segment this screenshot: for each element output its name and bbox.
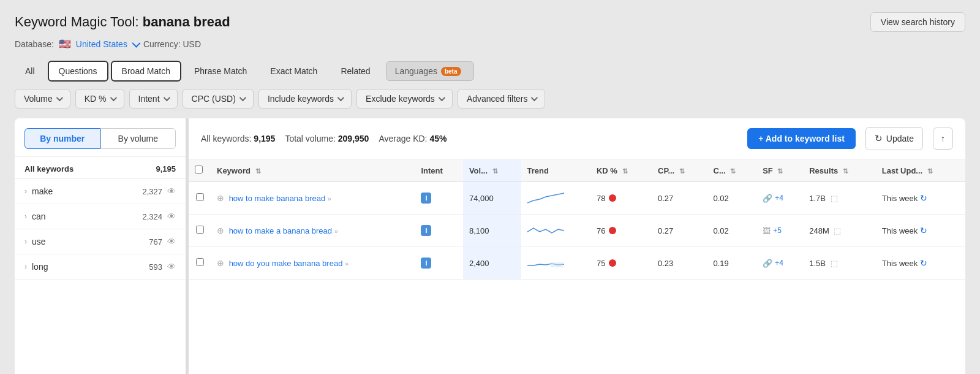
sidebar-item-make[interactable]: › make 2,327 👁 — [15, 179, 186, 204]
advanced-filters[interactable]: Advanced filters — [458, 89, 546, 109]
refresh-icon[interactable]: ↻ — [920, 193, 927, 203]
results-cell: 248M ⬚ — [803, 215, 876, 247]
kd-filter[interactable]: KD % — [75, 89, 124, 109]
volume-caret-icon — [56, 94, 62, 101]
database-label: Database: — [15, 39, 54, 49]
col-header-c[interactable]: C... ⇅ — [707, 159, 757, 182]
tab-row: All Questions Broad Match Phrase Match E… — [15, 61, 965, 82]
row-checkbox-cell[interactable] — [189, 247, 211, 280]
keyword-cell: ⊕ how do you make banana bread » — [211, 247, 415, 280]
add-keyword-icon[interactable]: ⊕ — [217, 193, 224, 203]
c-cell: 0.02 — [707, 182, 757, 215]
kd-indicator — [609, 194, 616, 202]
page-title: Keyword Magic Tool: banana bread — [15, 14, 230, 30]
row-checkbox[interactable] — [196, 258, 204, 266]
tab-broad-match[interactable]: Broad Match — [111, 61, 181, 82]
results-icon: ⬚ — [834, 226, 841, 235]
trend-chart — [527, 256, 564, 270]
add-keyword-icon[interactable]: ⊕ — [217, 226, 224, 235]
table-row: ⊕ how do you make banana bread » I 2,400 — [189, 247, 965, 280]
last-updated-value: This week — [882, 259, 918, 268]
sidebar-item-label: can — [32, 212, 142, 221]
languages-button[interactable]: Languages beta — [386, 61, 474, 81]
total-volume-summary: Total volume: 209,950 — [285, 134, 369, 143]
intent-filter[interactable]: Intent — [129, 89, 178, 109]
col-header-keyword[interactable]: Keyword ⇅ — [211, 159, 415, 182]
by-number-button[interactable]: By number — [24, 128, 100, 149]
volume-value: 2,400 — [469, 259, 489, 268]
tab-exact-match[interactable]: Exact Match — [260, 61, 328, 81]
results-value: 1.5B — [809, 259, 826, 268]
refresh-icon: ↻ — [875, 133, 883, 144]
sidebar-item-label: use — [32, 237, 149, 246]
by-volume-button[interactable]: By volume — [100, 128, 176, 149]
eye-icon[interactable]: 👁 — [167, 262, 176, 272]
eye-icon[interactable]: 👁 — [167, 212, 176, 221]
intent-cell: I — [415, 215, 463, 247]
col-header-kd[interactable]: KD % ⇅ — [590, 159, 652, 182]
subheader: Database: 🇺🇸 United States Currency: USD — [15, 38, 965, 50]
update-button[interactable]: ↻ Update — [865, 127, 923, 150]
keyword-link[interactable]: how do you make banana bread — [229, 259, 343, 268]
sidebar-item-use[interactable]: › use 767 👁 — [15, 229, 186, 254]
select-all-checkbox[interactable] — [195, 166, 203, 174]
include-caret-icon — [337, 94, 344, 101]
sidebar-item-label: long — [32, 262, 149, 272]
cpc-cell: 0.27 — [652, 215, 707, 247]
eye-icon[interactable]: 👁 — [167, 237, 176, 246]
export-button[interactable]: ↑ — [933, 128, 953, 150]
view-history-button[interactable]: View search history — [870, 12, 965, 32]
avg-kd-summary: Average KD: 45% — [379, 134, 447, 143]
row-checkbox-cell[interactable] — [189, 215, 211, 247]
col-header-sf[interactable]: SF ⇅ — [756, 159, 803, 182]
row-checkbox-cell[interactable] — [189, 182, 211, 215]
tab-all[interactable]: All — [15, 61, 45, 81]
refresh-icon[interactable]: ↻ — [920, 258, 927, 268]
add-keyword-icon[interactable]: ⊕ — [217, 258, 224, 268]
last-updated-cell: This week ↻ — [876, 247, 965, 280]
row-checkbox[interactable] — [196, 193, 204, 201]
tab-phrase-match[interactable]: Phrase Match — [184, 61, 257, 81]
cpc-value: 0.27 — [658, 194, 673, 203]
volume-value: 8,100 — [469, 226, 489, 235]
row-checkbox[interactable] — [196, 226, 204, 234]
keyword-link[interactable]: how to make a banana bread — [229, 226, 332, 235]
col-header-checkbox[interactable] — [189, 159, 211, 182]
col-header-cpc[interactable]: CP... ⇅ — [652, 159, 707, 182]
exclude-caret-icon — [439, 94, 445, 101]
last-updated-cell: This week ↻ — [876, 215, 965, 247]
c-value: 0.19 — [714, 259, 729, 268]
results-value: 248M — [809, 226, 829, 235]
kd-indicator — [609, 259, 616, 267]
results-icon: ⬚ — [831, 259, 838, 268]
keyword-link[interactable]: how to make banana bread — [229, 194, 326, 203]
add-to-keyword-list-button[interactable]: + Add to keyword list — [747, 128, 856, 149]
c-cell: 0.19 — [707, 247, 757, 280]
exclude-keywords-filter[interactable]: Exclude keywords — [356, 89, 453, 109]
keywords-table: Keyword ⇅ Intent Vol... ⇅ Trend — [189, 159, 965, 280]
sidebar: By number By volume All keywords 9,195 ›… — [15, 118, 186, 374]
sort-icon: ⇅ — [255, 167, 261, 175]
country-chevron-icon[interactable] — [132, 39, 140, 47]
results-cell: 1.7B ⬚ — [803, 182, 876, 215]
last-updated-value: This week — [882, 226, 918, 235]
country-selector[interactable]: United States — [76, 39, 127, 49]
col-header-volume[interactable]: Vol... ⇅ — [463, 159, 521, 182]
results-icon: ⬚ — [831, 194, 838, 203]
sidebar-item-can[interactable]: › can 2,324 👁 — [15, 204, 186, 229]
tab-questions[interactable]: Questions — [48, 61, 108, 82]
col-header-results[interactable]: Results ⇅ — [803, 159, 876, 182]
cpc-filter[interactable]: CPC (USD) — [183, 89, 254, 109]
results-value: 1.7B — [809, 194, 826, 203]
sidebar-item-count: 767 — [149, 237, 162, 246]
page-header: Keyword Magic Tool: banana bread View se… — [15, 12, 965, 32]
tab-related[interactable]: Related — [330, 61, 380, 81]
sidebar-item-long[interactable]: › long 593 👁 — [15, 254, 186, 280]
volume-filter[interactable]: Volume — [15, 89, 70, 109]
sidebar-item-count: 2,324 — [142, 212, 162, 221]
include-keywords-filter[interactable]: Include keywords — [258, 89, 352, 109]
eye-icon[interactable]: 👁 — [167, 186, 176, 196]
keyword-arrow-icon: » — [345, 260, 349, 267]
refresh-icon[interactable]: ↻ — [920, 226, 927, 235]
col-header-last-updated[interactable]: Last Upd... ⇅ — [876, 159, 965, 182]
